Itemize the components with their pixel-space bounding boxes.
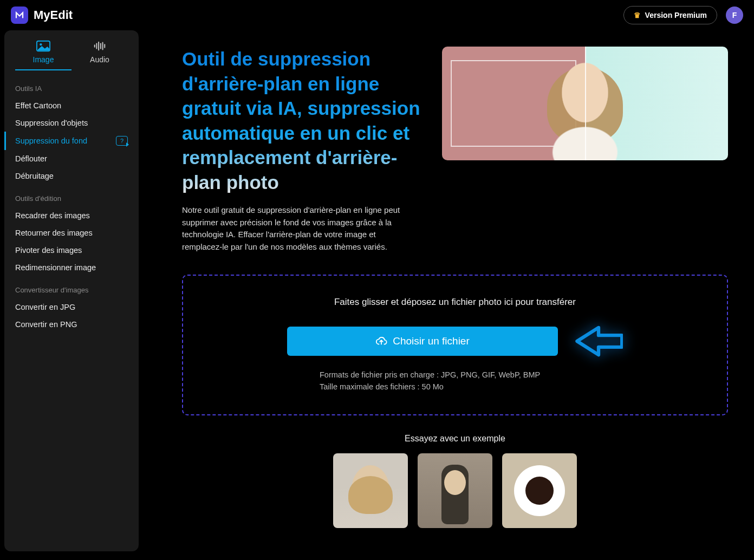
dropzone[interactable]: Faites glisser et déposez un fichier pho… (182, 275, 728, 415)
tab-image[interactable]: Image (15, 40, 72, 70)
sidebar: Image Audio Outils IA Effet Cartoon (4, 30, 139, 551)
main-content: Outil de suppression d'arrière-plan en l… (150, 30, 750, 551)
help-icon[interactable]: ? (116, 136, 128, 146)
dropzone-instruction: Faites glisser et déposez un fichier pho… (205, 295, 705, 309)
sidebar-item-convert-jpg[interactable]: Convertir en JPG (4, 298, 139, 316)
examples-title: Essayez avec un exemple (182, 434, 728, 444)
maxsize-text: Taille maximale des fichiers : 50 Mo (320, 381, 590, 393)
crown-icon: ♛ (634, 11, 641, 19)
sidebar-tabs: Image Audio (4, 40, 139, 75)
sidebar-item-object-removal[interactable]: Suppression d'objets (4, 114, 139, 132)
section-title-convert: Convertisseur d'images (4, 276, 139, 298)
sidebar-item-convert-png[interactable]: Convertir en PNG (4, 316, 139, 333)
svg-point-1 (40, 43, 42, 45)
sidebar-item-background-removal[interactable]: Suppression du fond ? (4, 132, 139, 150)
tab-audio[interactable]: Audio (72, 40, 128, 70)
logo-icon (11, 6, 28, 24)
choose-file-label: Choisir un fichier (393, 335, 470, 347)
cloud-upload-icon (375, 335, 387, 347)
example-thumb-3[interactable] (502, 453, 577, 528)
sidebar-item-denoise[interactable]: Débruitage (4, 167, 139, 185)
avatar-letter: F (732, 11, 737, 19)
example-thumb-1[interactable] (333, 453, 408, 528)
image-icon (36, 40, 50, 52)
choose-file-button[interactable]: Choisir un fichier (287, 327, 558, 356)
topbar: MyEdit ♛ Version Premium F (0, 0, 754, 30)
sidebar-item-resize[interactable]: Redimensionner image (4, 259, 139, 276)
tab-image-label: Image (33, 55, 54, 64)
hero-text: Outil de suppression d'arrière-plan en l… (182, 47, 420, 253)
page-title: Outil de suppression d'arrière-plan en l… (182, 47, 420, 194)
topbar-right: ♛ Version Premium F (623, 6, 743, 24)
sidebar-item-rotate[interactable]: Pivoter des images (4, 242, 139, 259)
example-thumb-2[interactable] (418, 453, 492, 528)
tab-audio-label: Audio (90, 55, 109, 64)
logo-group[interactable]: MyEdit (11, 6, 73, 24)
audio-icon (93, 40, 107, 52)
formats-text: Formats de fichier pris en charge : JPG,… (320, 369, 590, 381)
examples-row (182, 453, 728, 528)
brand-name: MyEdit (34, 8, 73, 22)
hero: Outil de suppression d'arrière-plan en l… (182, 47, 728, 253)
avatar[interactable]: F (726, 6, 743, 24)
premium-label: Version Premium (645, 11, 707, 19)
sidebar-item-flip[interactable]: Retourner des images (4, 224, 139, 242)
section-title-ai: Outils IA (4, 75, 139, 97)
sidebar-item-cartoon[interactable]: Effet Cartoon (4, 97, 139, 114)
hero-preview-image (442, 47, 728, 160)
sidebar-item-crop[interactable]: Recadrer des images (4, 207, 139, 224)
sidebar-item-deblur[interactable]: Déflouter (4, 150, 139, 167)
premium-button[interactable]: ♛ Version Premium (623, 6, 717, 24)
arrow-left-icon (574, 325, 623, 357)
section-title-edit: Outils d'édition (4, 185, 139, 207)
page-description: Notre outil gratuit de suppression d'arr… (182, 204, 415, 253)
